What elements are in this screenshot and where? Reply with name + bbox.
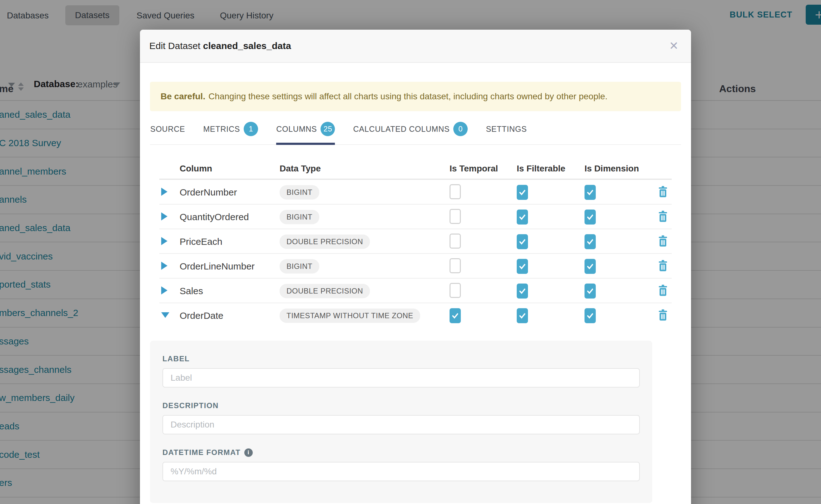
is-temporal-header: Is Temporal — [450, 164, 517, 174]
column-row: OrderLineNumber BIGINT — [150, 254, 681, 279]
column-row: Sales DOUBLE PRECISION — [150, 279, 681, 303]
is-filterable-header: Is Filterable — [517, 164, 585, 174]
modal-tab-label: SOURCE — [150, 125, 185, 134]
is-filterable-checkbox[interactable] — [517, 259, 528, 274]
tab-count-badge: 1 — [244, 122, 258, 136]
column-name: Sales — [180, 286, 279, 296]
is-dimension-checkbox[interactable] — [585, 259, 596, 274]
warning-banner-text: Changing these settings will affect all … — [208, 91, 607, 101]
modal-tab-bar: SOURCE METRICS 1 COLUMNS 25 CALCULATED C… — [150, 116, 681, 145]
column-name: OrderDate — [180, 310, 279, 321]
is-filterable-checkbox[interactable] — [517, 308, 528, 323]
datetime-format-field-group: DATETIME FORMAT i — [162, 448, 640, 481]
description-field-group: DESCRIPTION — [162, 401, 640, 434]
is-temporal-checkbox[interactable] — [450, 308, 461, 323]
modal-header: Edit Dataset cleaned_sales_data ✕ — [140, 30, 691, 63]
datetime-format-input[interactable] — [162, 462, 640, 481]
column-name: QuantityOrdered — [180, 212, 279, 222]
data-type-pill: DOUBLE PRECISION — [279, 284, 370, 298]
warning-banner: Be careful. Changing these settings will… — [150, 82, 681, 111]
column-row: QuantityOrdered BIGINT — [150, 205, 681, 229]
modal-title: Edit Dataset cleaned_sales_data — [149, 41, 291, 51]
column-header: Column — [180, 164, 279, 174]
delete-column-icon[interactable] — [657, 235, 681, 249]
is-dimension-checkbox[interactable] — [585, 210, 596, 225]
columns-table-body: OrderNumber BIGINT QuantityOrdered BIGIN… — [150, 180, 681, 328]
data-type-pill: BIGINT — [279, 210, 319, 224]
modal-title-prefix: Edit Dataset — [149, 41, 200, 51]
column-name: PriceEach — [180, 236, 279, 247]
is-filterable-checkbox[interactable] — [517, 185, 528, 200]
modal-tab-label: SETTINGS — [486, 125, 527, 134]
is-dimension-header: Is Dimension — [585, 164, 657, 174]
column-row: OrderDate TIMESTAMP WITHOUT TIME ZONE — [150, 303, 681, 328]
description-input[interactable] — [162, 415, 640, 434]
columns-table-header: Column Data Type Is Temporal Is Filterab… — [150, 145, 681, 180]
is-temporal-checkbox[interactable] — [450, 184, 461, 199]
delete-column-icon[interactable] — [657, 284, 681, 298]
modal-tab-label: COLUMNS — [276, 125, 317, 134]
tab-settings[interactable]: SETTINGS — [486, 116, 527, 144]
label-field-label: LABEL — [162, 354, 640, 363]
edit-dataset-modal: Edit Dataset cleaned_sales_data ✕ Be car… — [140, 30, 691, 504]
tab-source[interactable]: SOURCE — [150, 116, 185, 144]
data-type-pill: TIMESTAMP WITHOUT TIME ZONE — [279, 309, 420, 323]
datetime-format-field-label: DATETIME FORMAT i — [162, 448, 640, 457]
modal-body: Be careful. Changing these settings will… — [140, 82, 691, 503]
is-dimension-checkbox[interactable] — [585, 308, 596, 323]
label-field-group: LABEL — [162, 354, 640, 388]
expand-caret-icon[interactable] — [161, 212, 167, 220]
is-temporal-checkbox[interactable] — [450, 283, 461, 298]
modal-tab-label: METRICS — [203, 125, 240, 134]
tab-columns[interactable]: COLUMNS 25 — [276, 116, 335, 144]
data-type-header: Data Type — [279, 164, 450, 174]
modal-tab-label: CALCULATED COLUMNS — [353, 125, 450, 134]
description-field-label: DESCRIPTION — [162, 401, 640, 410]
is-dimension-checkbox[interactable] — [585, 185, 596, 200]
column-row: PriceEach DOUBLE PRECISION — [150, 229, 681, 254]
expand-caret-icon[interactable] — [161, 312, 169, 318]
data-type-pill: DOUBLE PRECISION — [279, 235, 370, 249]
tab-count-badge: 0 — [453, 122, 468, 136]
is-temporal-checkbox[interactable] — [450, 234, 461, 249]
delete-column-icon[interactable] — [657, 210, 681, 224]
app-root: DatabasesDatasetsSaved QueriesQuery Hist… — [0, 0, 821, 504]
delete-column-icon[interactable] — [657, 259, 681, 273]
tab-calculated-columns[interactable]: CALCULATED COLUMNS 0 — [353, 116, 468, 144]
info-icon[interactable]: i — [244, 448, 253, 457]
is-filterable-checkbox[interactable] — [517, 210, 528, 225]
label-input[interactable] — [162, 368, 640, 388]
expand-caret-icon[interactable] — [161, 286, 167, 294]
is-temporal-checkbox[interactable] — [450, 209, 461, 224]
column-detail-panel: LABEL DESCRIPTION DATETIME FORMAT i — [150, 341, 652, 503]
close-icon[interactable]: ✕ — [666, 39, 682, 53]
column-row: OrderNumber BIGINT — [150, 180, 681, 205]
is-filterable-checkbox[interactable] — [517, 234, 528, 249]
tab-metrics[interactable]: METRICS 1 — [203, 116, 258, 144]
delete-column-icon[interactable] — [657, 309, 681, 323]
is-dimension-checkbox[interactable] — [585, 284, 596, 299]
data-type-pill: BIGINT — [279, 185, 319, 200]
is-dimension-checkbox[interactable] — [585, 234, 596, 249]
is-filterable-checkbox[interactable] — [517, 284, 528, 299]
expand-caret-icon[interactable] — [161, 237, 167, 245]
data-type-pill: BIGINT — [279, 259, 319, 274]
is-temporal-checkbox[interactable] — [450, 258, 461, 273]
delete-column-icon[interactable] — [657, 185, 681, 199]
tab-count-badge: 25 — [320, 122, 335, 136]
warning-banner-bold: Be careful. — [161, 91, 205, 101]
column-name: OrderNumber — [180, 187, 279, 198]
expand-caret-icon[interactable] — [161, 262, 167, 270]
columns-table: Column Data Type Is Temporal Is Filterab… — [150, 145, 681, 328]
column-name: OrderLineNumber — [180, 261, 279, 272]
modal-title-dataset-name: cleaned_sales_data — [203, 41, 291, 51]
expand-caret-icon[interactable] — [161, 188, 167, 196]
